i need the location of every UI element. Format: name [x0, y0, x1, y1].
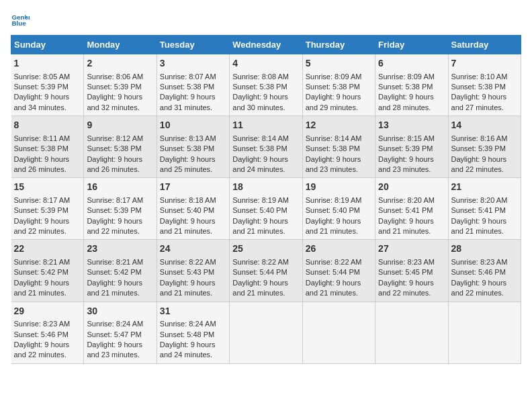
sunset-text: Sunset: 5:46 PM: [14, 330, 69, 338]
daylight-text: Daylight: 9 hours and 22 minutes.: [451, 279, 507, 297]
calendar-cell: [375, 302, 448, 363]
day-number: 31: [160, 305, 226, 318]
sunrise-text: Sunrise: 8:24 AM: [87, 320, 143, 328]
sunrise-text: Sunrise: 8:09 AM: [306, 73, 362, 81]
day-number: 16: [87, 181, 153, 194]
sunset-text: Sunset: 5:38 PM: [306, 83, 360, 91]
sunrise-text: Sunrise: 8:17 AM: [14, 196, 71, 204]
calendar-cell: 17Sunrise: 8:18 AMSunset: 5:40 PMDayligh…: [157, 178, 229, 240]
week-row-3: 15Sunrise: 8:17 AMSunset: 5:39 PMDayligh…: [11, 178, 521, 240]
svg-text:Blue: Blue: [11, 19, 26, 27]
sunset-text: Sunset: 5:38 PM: [14, 144, 69, 152]
daylight-text: Daylight: 9 hours and 30 minutes.: [232, 93, 288, 111]
day-header-saturday: Saturday: [448, 36, 521, 54]
sunrise-text: Sunrise: 8:11 AM: [14, 134, 71, 142]
calendar-cell: 5Sunrise: 8:09 AMSunset: 5:38 PMDaylight…: [302, 54, 375, 116]
week-row-1: 1Sunrise: 8:05 AMSunset: 5:39 PMDaylight…: [11, 54, 521, 116]
daylight-text: Daylight: 9 hours and 28 minutes.: [378, 93, 434, 111]
sunrise-text: Sunrise: 8:14 AM: [306, 134, 362, 142]
page-header: General Blue: [11, 11, 521, 30]
sunrise-text: Sunrise: 8:15 AM: [378, 134, 435, 142]
day-number: 1: [14, 57, 81, 71]
day-number: 11: [232, 119, 299, 132]
sunset-text: Sunset: 5:39 PM: [451, 144, 506, 152]
calendar-cell: 6Sunrise: 8:09 AMSunset: 5:38 PMDaylight…: [375, 54, 448, 116]
calendar-cell: 28Sunrise: 8:23 AMSunset: 5:46 PMDayligh…: [448, 240, 521, 302]
calendar-cell: 16Sunrise: 8:17 AMSunset: 5:39 PMDayligh…: [84, 178, 157, 240]
sunset-text: Sunset: 5:44 PM: [232, 268, 287, 276]
calendar-cell: [230, 302, 302, 363]
calendar-cell: 29Sunrise: 8:23 AMSunset: 5:46 PMDayligh…: [11, 302, 84, 363]
calendar-cell: 18Sunrise: 8:19 AMSunset: 5:40 PMDayligh…: [230, 178, 302, 240]
sunset-text: Sunset: 5:40 PM: [232, 206, 287, 214]
calendar-cell: 31Sunrise: 8:24 AMSunset: 5:48 PMDayligh…: [157, 302, 229, 363]
day-number: 26: [306, 242, 372, 256]
sunrise-text: Sunrise: 8:09 AM: [378, 73, 435, 81]
calendar-cell: 19Sunrise: 8:19 AMSunset: 5:40 PMDayligh…: [302, 178, 375, 240]
daylight-text: Daylight: 9 hours and 21 minutes.: [14, 279, 70, 297]
sunset-text: Sunset: 5:40 PM: [306, 206, 360, 214]
sunset-text: Sunset: 5:39 PM: [87, 83, 141, 91]
day-number: 6: [378, 57, 445, 71]
calendar-cell: [448, 302, 521, 363]
sunset-text: Sunset: 5:39 PM: [14, 83, 69, 91]
day-number: 24: [160, 242, 226, 256]
sunset-text: Sunset: 5:38 PM: [87, 144, 141, 152]
calendar-cell: 25Sunrise: 8:22 AMSunset: 5:44 PMDayligh…: [230, 240, 302, 302]
sunrise-text: Sunrise: 8:08 AM: [232, 73, 289, 81]
sunrise-text: Sunrise: 8:21 AM: [87, 258, 143, 266]
header-row: SundayMondayTuesdayWednesdayThursdayFrid…: [11, 36, 521, 54]
sunset-text: Sunset: 5:40 PM: [160, 206, 214, 214]
calendar-cell: 13Sunrise: 8:15 AMSunset: 5:39 PMDayligh…: [375, 116, 448, 178]
day-number: 20: [378, 181, 445, 194]
day-number: 21: [451, 181, 518, 194]
sunset-text: Sunset: 5:41 PM: [378, 206, 433, 214]
sunset-text: Sunset: 5:38 PM: [160, 144, 214, 152]
sunset-text: Sunset: 5:46 PM: [451, 268, 506, 276]
daylight-text: Daylight: 9 hours and 23 minutes.: [378, 155, 434, 173]
daylight-text: Daylight: 9 hours and 22 minutes.: [451, 155, 507, 173]
sunset-text: Sunset: 5:44 PM: [306, 268, 360, 276]
daylight-text: Daylight: 9 hours and 22 minutes.: [378, 279, 434, 297]
day-number: 14: [451, 119, 518, 132]
calendar-table: SundayMondayTuesdayWednesdayThursdayFrid…: [11, 35, 521, 364]
daylight-text: Daylight: 9 hours and 25 minutes.: [160, 155, 216, 173]
daylight-text: Daylight: 9 hours and 21 minutes.: [232, 279, 288, 297]
sunset-text: Sunset: 5:39 PM: [378, 144, 433, 152]
day-number: 5: [306, 57, 372, 71]
sunrise-text: Sunrise: 8:18 AM: [160, 196, 216, 204]
sunset-text: Sunset: 5:39 PM: [87, 206, 141, 214]
day-number: 23: [87, 242, 153, 256]
sunrise-text: Sunrise: 8:07 AM: [160, 73, 216, 81]
calendar-cell: 7Sunrise: 8:10 AMSunset: 5:38 PMDaylight…: [448, 54, 521, 116]
sunrise-text: Sunrise: 8:22 AM: [232, 258, 289, 266]
day-number: 19: [306, 181, 372, 194]
day-number: 2: [87, 57, 153, 71]
day-number: 7: [451, 57, 518, 71]
calendar-cell: 30Sunrise: 8:24 AMSunset: 5:47 PMDayligh…: [84, 302, 157, 363]
daylight-text: Daylight: 9 hours and 21 minutes.: [306, 217, 361, 235]
sunset-text: Sunset: 5:45 PM: [378, 268, 433, 276]
week-row-5: 29Sunrise: 8:23 AMSunset: 5:46 PMDayligh…: [11, 302, 521, 363]
daylight-text: Daylight: 9 hours and 21 minutes.: [378, 217, 434, 235]
daylight-text: Daylight: 9 hours and 32 minutes.: [87, 93, 142, 111]
calendar-cell: 22Sunrise: 8:21 AMSunset: 5:42 PMDayligh…: [11, 240, 84, 302]
daylight-text: Daylight: 9 hours and 24 minutes.: [232, 155, 288, 173]
day-number: 28: [451, 242, 518, 256]
sunset-text: Sunset: 5:48 PM: [160, 330, 214, 338]
sunset-text: Sunset: 5:42 PM: [87, 268, 141, 276]
day-number: 13: [378, 119, 445, 132]
daylight-text: Daylight: 9 hours and 22 minutes.: [14, 217, 70, 235]
day-number: 30: [87, 305, 153, 318]
sunrise-text: Sunrise: 8:19 AM: [306, 196, 362, 204]
calendar-cell: 24Sunrise: 8:22 AMSunset: 5:43 PMDayligh…: [157, 240, 229, 302]
calendar-cell: 3Sunrise: 8:07 AMSunset: 5:38 PMDaylight…: [157, 54, 229, 116]
daylight-text: Daylight: 9 hours and 26 minutes.: [14, 155, 70, 173]
sunset-text: Sunset: 5:38 PM: [232, 144, 287, 152]
sunset-text: Sunset: 5:38 PM: [378, 83, 433, 91]
day-number: 4: [232, 57, 299, 71]
calendar-cell: 26Sunrise: 8:22 AMSunset: 5:44 PMDayligh…: [302, 240, 375, 302]
day-header-tuesday: Tuesday: [157, 36, 229, 54]
sunset-text: Sunset: 5:38 PM: [306, 144, 360, 152]
sunrise-text: Sunrise: 8:10 AM: [451, 73, 508, 81]
